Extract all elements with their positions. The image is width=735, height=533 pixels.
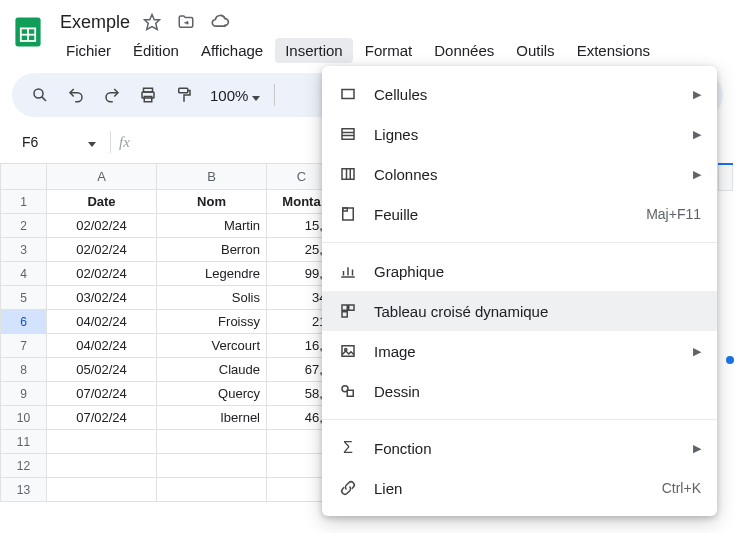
cell[interactable]: Froissy — [157, 310, 267, 334]
menu-extensions[interactable]: Extensions — [567, 38, 660, 63]
cell[interactable] — [47, 430, 157, 454]
cell[interactable]: 07/02/24 — [47, 382, 157, 406]
col-header[interactable]: B — [157, 164, 267, 190]
menu-label: Image — [374, 343, 677, 360]
cell[interactable]: Ibernel — [157, 406, 267, 430]
menu-label: Colonnes — [374, 166, 677, 183]
redo-icon[interactable] — [96, 79, 128, 111]
insertion-menu: Cellules ▶ Lignes ▶ Colonnes ▶ Feuille M… — [322, 66, 717, 516]
cell[interactable]: 02/02/24 — [47, 214, 157, 238]
cell[interactable]: Martin — [157, 214, 267, 238]
menu-label: Lien — [374, 480, 646, 497]
submenu-arrow-icon: ▶ — [693, 345, 701, 358]
menu-insertion[interactable]: Insertion — [275, 38, 353, 63]
row-header[interactable]: 8 — [1, 358, 47, 382]
row-header[interactable]: 9 — [1, 382, 47, 406]
sheet-icon — [338, 204, 358, 224]
menu-fichier[interactable]: Fichier — [56, 38, 121, 63]
row-header[interactable]: 6 — [1, 310, 47, 334]
menu-outils[interactable]: Outils — [506, 38, 564, 63]
cell[interactable]: 04/02/24 — [47, 310, 157, 334]
menu-shortcut: Ctrl+K — [662, 480, 701, 496]
row-header[interactable]: 2 — [1, 214, 47, 238]
menu-label: Tableau croisé dynamique — [374, 303, 701, 320]
row-header[interactable]: 12 — [1, 454, 47, 478]
svg-rect-15 — [342, 169, 354, 180]
cell[interactable]: 03/02/24 — [47, 286, 157, 310]
cloud-status-icon[interactable] — [208, 10, 232, 34]
row-header[interactable]: 13 — [1, 478, 47, 502]
cell[interactable]: Quercy — [157, 382, 267, 406]
submenu-arrow-icon: ▶ — [693, 442, 701, 455]
cell[interactable]: Solis — [157, 286, 267, 310]
cell[interactable]: 05/02/24 — [47, 358, 157, 382]
cell[interactable]: Nom — [157, 190, 267, 214]
row-header[interactable]: 3 — [1, 238, 47, 262]
undo-icon[interactable] — [60, 79, 92, 111]
menu-edition[interactable]: Édition — [123, 38, 189, 63]
submenu-arrow-icon: ▶ — [693, 168, 701, 181]
star-icon[interactable] — [140, 10, 164, 34]
row-header[interactable]: 7 — [1, 334, 47, 358]
pivot-table-icon — [338, 301, 358, 321]
row-header[interactable]: 10 — [1, 406, 47, 430]
selection-handle[interactable] — [726, 356, 734, 364]
cell[interactable] — [157, 454, 267, 478]
chart-icon — [338, 261, 358, 281]
cell[interactable]: Claude — [157, 358, 267, 382]
function-icon: Σ — [338, 438, 358, 458]
row-header[interactable]: 1 — [1, 190, 47, 214]
cell[interactable]: Berron — [157, 238, 267, 262]
cell[interactable] — [47, 454, 157, 478]
sheets-logo[interactable] — [8, 12, 48, 52]
cell[interactable]: 02/02/24 — [47, 262, 157, 286]
menu-shortcut: Maj+F11 — [646, 206, 701, 222]
name-box[interactable]: F6 — [12, 129, 102, 155]
zoom-select[interactable]: 100% — [204, 87, 266, 104]
search-icon[interactable] — [24, 79, 56, 111]
submenu-arrow-icon: ▶ — [693, 128, 701, 141]
menu-format[interactable]: Format — [355, 38, 423, 63]
cells-icon — [338, 84, 358, 104]
menu-label: Lignes — [374, 126, 677, 143]
menu-item-fonction[interactable]: Σ Fonction ▶ — [322, 428, 717, 468]
col-header-f-edge[interactable] — [719, 164, 733, 190]
cell[interactable] — [47, 478, 157, 502]
menu-item-lien[interactable]: Lien Ctrl+K — [322, 468, 717, 508]
menu-affichage[interactable]: Affichage — [191, 38, 273, 63]
select-all-corner[interactable] — [1, 164, 47, 190]
toolbar-separator — [274, 84, 275, 106]
menu-label: Fonction — [374, 440, 677, 457]
move-folder-icon[interactable] — [174, 10, 198, 34]
cell[interactable]: Date — [47, 190, 157, 214]
menu-item-tcd[interactable]: Tableau croisé dynamique — [322, 291, 717, 331]
link-icon — [338, 478, 358, 498]
doc-title[interactable]: Exemple — [60, 12, 130, 33]
rows-icon — [338, 124, 358, 144]
cell[interactable]: 04/02/24 — [47, 334, 157, 358]
paint-format-icon[interactable] — [168, 79, 200, 111]
menu-item-image[interactable]: Image ▶ — [322, 331, 717, 371]
row-header[interactable]: 5 — [1, 286, 47, 310]
menu-item-colonnes[interactable]: Colonnes ▶ — [322, 154, 717, 194]
col-header[interactable]: A — [47, 164, 157, 190]
cell[interactable]: Vercourt — [157, 334, 267, 358]
name-box-value: F6 — [22, 134, 38, 150]
cell[interactable]: Legendre — [157, 262, 267, 286]
menu-item-graphique[interactable]: Graphique — [322, 251, 717, 291]
menu-item-feuille[interactable]: Feuille Maj+F11 — [322, 194, 717, 234]
menu-item-cellules[interactable]: Cellules ▶ — [322, 74, 717, 114]
menu-label: Cellules — [374, 86, 677, 103]
menu-label: Feuille — [374, 206, 630, 223]
row-header[interactable]: 4 — [1, 262, 47, 286]
cell[interactable]: 02/02/24 — [47, 238, 157, 262]
menu-donnees[interactable]: Données — [424, 38, 504, 63]
menu-item-lignes[interactable]: Lignes ▶ — [322, 114, 717, 154]
cell[interactable]: 07/02/24 — [47, 406, 157, 430]
row-header[interactable]: 11 — [1, 430, 47, 454]
submenu-arrow-icon: ▶ — [693, 88, 701, 101]
cell[interactable] — [157, 430, 267, 454]
menu-item-dessin[interactable]: Dessin — [322, 371, 717, 411]
cell[interactable] — [157, 478, 267, 502]
print-icon[interactable] — [132, 79, 164, 111]
